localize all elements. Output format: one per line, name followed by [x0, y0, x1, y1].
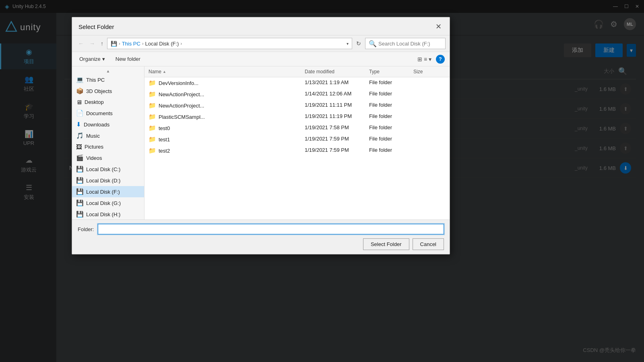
tree-item-downloads[interactable]: ⬇ Downloads	[72, 119, 144, 130]
folder-icon: 📁	[149, 91, 156, 98]
file-row[interactable]: 📁 test2 1/19/2021 7:59 PM File folder	[144, 145, 450, 156]
file-row[interactable]: 📁 PlasticSCMSampl... 1/19/2021 11:19 PM …	[144, 111, 450, 122]
file-name: test2	[159, 148, 170, 154]
tree-item-diskh[interactable]: 💾 Local Disk (H:)	[72, 209, 144, 219]
file-name-cell: 📁 test2	[149, 147, 305, 154]
forward-button[interactable]: →	[87, 39, 97, 48]
tree-item-diskf[interactable]: 💾 Local Disk (F:)	[72, 186, 144, 197]
tree-item-3dobjects[interactable]: 📦 3D Objects	[72, 85, 144, 97]
tree-label-music: Music	[86, 133, 100, 139]
organize-arrow-icon: ▾	[102, 56, 105, 62]
file-name-cell: 📁 DevVersionInfo...	[149, 79, 305, 87]
tree-item-desktop[interactable]: 🖥 Desktop	[72, 97, 144, 108]
folder-input-row: Folder:	[78, 224, 444, 234]
file-name: test0	[159, 125, 170, 131]
search-bar: 🔍	[365, 38, 446, 49]
tree-label-desktop: Desktop	[85, 99, 104, 105]
size-col-header[interactable]: Size	[413, 69, 446, 74]
tree-label-documents: Documents	[86, 110, 113, 116]
help-button[interactable]: ?	[436, 55, 445, 64]
breadcrumb-dropdown-button[interactable]: ▾	[347, 41, 349, 46]
file-date: 1/19/2021 7:58 PM	[305, 124, 369, 132]
dialog-toolbar: Organize ▾ New folder ⊞ ≡ ▾ ?	[72, 52, 450, 66]
file-type: File folder	[369, 91, 413, 98]
music-icon: 🎵	[76, 132, 84, 139]
up-button[interactable]: ↑	[99, 39, 105, 48]
dialog-left-panel: ▲ 💻 This PC 📦 3D Objects 🖥 Desktop 📄 Doc…	[72, 66, 144, 219]
back-button[interactable]: ←	[76, 39, 86, 48]
tree-label-diskh: Local Disk (H:)	[86, 211, 120, 217]
file-size	[413, 91, 446, 98]
file-row[interactable]: 📁 DevVersionInfo... 1/13/2021 1:19 AM Fi…	[144, 77, 450, 89]
date-col-header[interactable]: Date modified	[305, 69, 369, 74]
file-name: DevVersionInfo...	[159, 80, 198, 86]
tree-label-diskf: Local Disk (F:)	[86, 189, 120, 195]
file-type: File folder	[369, 113, 413, 120]
folder-icon: 📁	[149, 79, 156, 87]
select-folder-button[interactable]: Select Folder	[363, 238, 409, 250]
new-folder-button[interactable]: New folder	[112, 54, 144, 64]
file-name-cell: 📁 test1	[149, 136, 305, 143]
dialog-title: Select Folder	[78, 23, 114, 30]
thispc-icon: 💻	[76, 76, 84, 83]
desktop-icon: 🖥	[76, 99, 82, 105]
file-date: 1/19/2021 7:59 PM	[305, 147, 369, 154]
dialog-close-button[interactable]: ✕	[434, 22, 443, 31]
tree-item-documents[interactable]: 📄 Documents	[72, 108, 144, 119]
breadcrumb-thispc[interactable]: This PC	[122, 41, 140, 47]
sort-arrow-icon: ▲	[163, 70, 166, 74]
file-row[interactable]: 📁 NewActionProject... 1/19/2021 11:11 PM…	[144, 100, 450, 111]
diskc-icon: 💾	[76, 165, 84, 173]
search-icon: 🔍	[369, 40, 377, 48]
cancel-button[interactable]: Cancel	[413, 238, 444, 250]
tree-item-pictures[interactable]: 🖼 Pictures	[72, 141, 144, 152]
type-col-header[interactable]: Type	[369, 69, 413, 74]
pictures-icon: 🖼	[76, 143, 82, 150]
dialog-actions: Select Folder Cancel	[78, 238, 444, 250]
file-size	[413, 79, 446, 87]
tree-item-music[interactable]: 🎵 Music	[72, 130, 144, 141]
file-date: 1/14/2021 12:06 AM	[305, 91, 369, 98]
diskg-icon: 💾	[76, 199, 84, 207]
search-input[interactable]	[378, 41, 442, 47]
file-date: 1/19/2021 11:11 PM	[305, 102, 369, 109]
file-type: File folder	[369, 136, 413, 143]
folder-icon: 📁	[149, 136, 156, 143]
file-name: test1	[159, 137, 170, 143]
type-col-label: Type	[369, 69, 380, 74]
dialog-right-panel: Name ▲ Date modified Type Size 📁 DevVers…	[144, 66, 450, 219]
file-row[interactable]: 📁 test1 1/19/2021 7:59 PM File folder	[144, 134, 450, 145]
downloads-icon: ⬇	[76, 121, 81, 128]
folder-icon: 📁	[149, 113, 156, 120]
file-size	[413, 113, 446, 120]
file-name: NewActionProject...	[159, 91, 204, 97]
dialog-titlebar: Select Folder ✕	[72, 17, 450, 35]
file-size	[413, 124, 446, 132]
refresh-button[interactable]: ↻	[354, 39, 363, 48]
folder-icon: 📁	[149, 147, 156, 154]
dialog-footer: Folder: Select Folder Cancel	[72, 219, 450, 254]
name-col-header[interactable]: Name ▲	[149, 69, 305, 74]
dialog-navbar: ← → ↑ 💾 › This PC › Local Disk (F:) › ▾ …	[72, 35, 450, 52]
organize-label: Organize	[79, 56, 101, 62]
tree-item-videos[interactable]: 🎬 Videos	[72, 152, 144, 163]
tree-item-diskg[interactable]: 💾 Local Disk (G:)	[72, 197, 144, 209]
file-size	[413, 136, 446, 143]
3dobjects-icon: 📦	[76, 87, 84, 95]
size-col-label: Size	[413, 69, 423, 74]
scroll-up-button[interactable]: ▲	[72, 68, 144, 74]
tree-item-diskd[interactable]: 💾 Local Disk (D:)	[72, 175, 144, 186]
folder-input[interactable]	[98, 224, 444, 234]
file-row[interactable]: 📁 test0 1/19/2021 7:58 PM File folder	[144, 122, 450, 134]
file-dialog: Select Folder ✕ ← → ↑ 💾 › This PC › Loca…	[72, 17, 450, 254]
tree-item-diskc[interactable]: 💾 Local Disk (C:)	[72, 163, 144, 175]
file-type: File folder	[369, 79, 413, 87]
date-col-label: Date modified	[305, 69, 334, 74]
diskh-icon: 💾	[76, 211, 84, 218]
tree-label-3dobjects: 3D Objects	[86, 88, 112, 94]
organize-button[interactable]: Organize ▾	[77, 54, 107, 64]
view-button[interactable]: ⊞ ≡ ▾	[415, 55, 433, 64]
tree-item-thispc[interactable]: 💻 This PC	[72, 74, 144, 85]
file-size	[413, 102, 446, 109]
file-row[interactable]: 📁 NewActionProject... 1/14/2021 12:06 AM…	[144, 89, 450, 100]
